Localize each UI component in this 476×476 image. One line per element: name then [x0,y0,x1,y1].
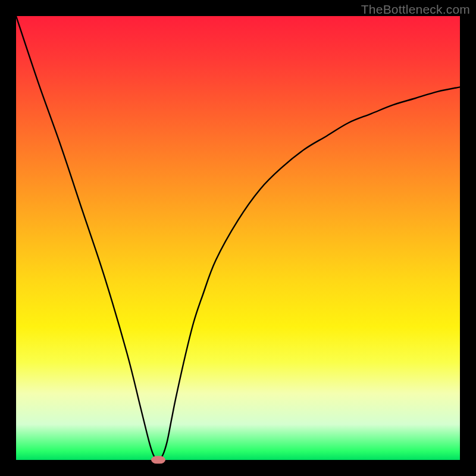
optimal-point-marker [151,456,165,464]
chart-container: TheBottleneck.com [0,0,476,476]
curve-svg [16,16,460,460]
plot-area [16,16,460,460]
bottleneck-curve [16,16,460,460]
watermark-text: TheBottleneck.com [361,2,470,17]
